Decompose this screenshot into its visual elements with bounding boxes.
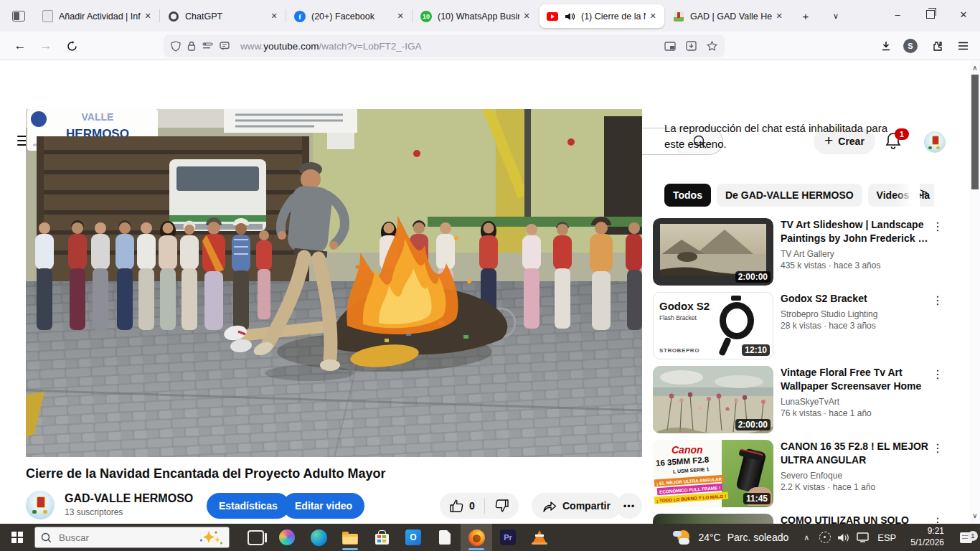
chip-channel[interactable]: De GAD-VALLE HERMOSO — [717, 184, 862, 207]
close-icon[interactable]: ✕ — [141, 9, 155, 24]
video-thumbnail[interactable]: 2:00:00 — [653, 218, 773, 286]
gad-site-icon — [673, 11, 684, 22]
page-message-icon[interactable] — [220, 42, 230, 51]
share-button[interactable]: Compartir — [532, 493, 621, 519]
tab-separator — [286, 9, 286, 22]
language-indicator[interactable]: ESP — [872, 532, 902, 543]
browser-navbar: ← → www.youtube.com/watch?v=LobFT2_-IGA — [0, 32, 980, 60]
tab-youtube-active[interactable]: (1) Cierre de la Na ✕ — [540, 4, 664, 28]
tray-meet-now-icon[interactable] — [816, 532, 834, 543]
copilot-button[interactable] — [271, 524, 303, 551]
suggested-title[interactable]: Godox S2 Bracket — [781, 292, 933, 306]
kebab-menu-icon[interactable]: ⋮ — [930, 220, 946, 233]
suggested-channel[interactable]: Strobepro Studio Lighting — [781, 309, 933, 319]
tab-facebook[interactable]: f (20+) Facebook ✕ — [287, 4, 412, 28]
tab-chatgpt[interactable]: ChatGPT ✕ — [161, 4, 286, 28]
network-icon[interactable] — [853, 532, 872, 542]
suggested-meta: 435 k vistas · hace 3 años — [781, 260, 933, 270]
scrollbar-thumb[interactable] — [971, 75, 979, 189]
notepad-button[interactable] — [429, 524, 461, 551]
scroll-down-icon[interactable]: ∨ — [970, 509, 980, 521]
dislike-button[interactable] — [485, 493, 519, 519]
suggested-channel[interactable]: Severo Enfoque — [781, 471, 933, 481]
taskbar-clock[interactable]: 9:21 5/1/2026 — [902, 526, 951, 548]
window-minimize-button[interactable]: – — [881, 0, 914, 29]
extension-s-badge[interactable]: S — [903, 39, 918, 53]
suggested-title[interactable]: TV Art Slideshow | Landscape Paintings b… — [781, 218, 933, 245]
downloads-icon[interactable] — [875, 34, 897, 57]
close-icon[interactable]: ✕ — [519, 9, 534, 24]
video-thumbnail[interactable]: Godox S2 Flash Bracket STROBEPRO 12:10 — [653, 292, 773, 359]
taskbar-search-box[interactable] — [34, 527, 230, 548]
microsoft-store-button[interactable] — [366, 524, 397, 551]
back-button[interactable]: ← — [9, 34, 32, 57]
lock-icon[interactable] — [187, 41, 196, 51]
chips-next-icon[interactable]: > — [920, 185, 928, 201]
firefox-view-icon[interactable] — [7, 6, 30, 26]
kebab-menu-icon[interactable]: ⋮ — [930, 367, 946, 381]
channel-avatar[interactable] — [26, 491, 55, 519]
document-icon — [42, 11, 53, 22]
start-button[interactable] — [0, 524, 34, 551]
duration-badge: 2:00:00 — [735, 419, 771, 430]
analytics-button[interactable]: Estadísticas — [207, 493, 290, 519]
video-thumbnail[interactable]: 2:00:00 — [653, 366, 773, 433]
close-icon[interactable]: ✕ — [646, 9, 660, 24]
permissions-icon[interactable] — [202, 42, 213, 50]
edit-video-button[interactable]: Editar video — [283, 493, 364, 519]
video-player[interactable]: VALLE HERMOSO — [26, 109, 642, 457]
action-center-button[interactable]: 1 — [951, 532, 980, 543]
save-page-icon[interactable] — [686, 41, 697, 51]
tab-audio-icon[interactable] — [564, 11, 575, 22]
edge-button[interactable] — [303, 524, 334, 551]
channel-name[interactable]: GAD-VALLE HERMOSO — [65, 492, 193, 505]
whatsapp-icon: 10 — [420, 11, 432, 22]
task-view-button[interactable] — [240, 524, 271, 551]
premiere-pro-button[interactable]: Pr — [492, 524, 524, 551]
suggested-video-1: 2:00:00 TV Art Slideshow | Landscape Pai… — [653, 218, 966, 286]
bookmark-star-icon[interactable] — [707, 41, 717, 51]
file-explorer-button[interactable] — [334, 524, 366, 551]
menu-icon[interactable] — [951, 34, 974, 57]
kebab-menu-icon[interactable]: ⋮ — [930, 293, 946, 307]
close-icon[interactable]: ✕ — [393, 9, 407, 24]
pip-icon[interactable] — [664, 42, 676, 51]
suggested-title[interactable]: CANON 16 35 F2.8 ! EL MEJOR ULTRA ANGULA… — [781, 440, 933, 467]
outlook-button[interactable]: O — [397, 524, 429, 551]
taskbar-search-input[interactable] — [57, 532, 168, 544]
more-actions-button[interactable]: ••• — [616, 493, 642, 519]
window-close-button[interactable]: ✕ — [947, 0, 980, 29]
close-icon[interactable]: ✕ — [772, 9, 786, 24]
volume-icon[interactable] — [834, 533, 853, 542]
list-all-tabs-button[interactable]: ∨ — [825, 6, 847, 26]
url-text: www.youtube.com/watch?v=LobFT2_-IGA — [240, 41, 422, 52]
tray-expand-icon[interactable]: ∧ — [797, 533, 816, 542]
thumb-down-icon — [494, 499, 509, 513]
search-icon — [41, 532, 52, 543]
tab-whatsapp[interactable]: 10 (10) WhatsApp Busines ✕ — [413, 4, 538, 28]
page-scrollbar[interactable]: ∧ ∨ — [970, 60, 980, 524]
taskbar-weather-widget[interactable]: 24°C Parc. soleado — [664, 529, 797, 546]
new-tab-button[interactable]: + — [795, 6, 816, 26]
url-bar[interactable]: www.youtube.com/watch?v=LobFT2_-IGA — [164, 34, 725, 57]
extensions-puzzle-icon[interactable] — [925, 34, 948, 57]
reload-button[interactable] — [60, 34, 83, 57]
suggested-title[interactable]: Vintage Floral Free Tv Art Wallpaper Scr… — [781, 366, 933, 393]
suggested-channel[interactable]: TV Art Gallery — [781, 249, 933, 259]
scroll-up-icon[interactable]: ∧ — [970, 62, 980, 73]
close-icon[interactable]: ✕ — [267, 9, 281, 24]
tab-gad[interactable]: GAD | GAD Valle Herm ✕ — [666, 4, 791, 28]
like-button[interactable]: 0 — [440, 493, 484, 519]
shield-icon[interactable] — [171, 41, 181, 52]
account-avatar[interactable] — [924, 131, 946, 153]
firefox-button[interactable] — [461, 524, 492, 551]
forward-button[interactable]: → — [34, 34, 57, 57]
chip-todos[interactable]: Todos — [664, 184, 711, 207]
suggested-channel[interactable]: LunaSkyeTvArt — [781, 397, 933, 407]
vlc-button[interactable] — [524, 524, 555, 551]
suggested-video-4: Canon 16 35MM F2.8 L USM SERIE 1 ¡ EL ME… — [653, 440, 966, 507]
video-thumbnail[interactable]: Canon 16 35MM F2.8 L USM SERIE 1 ¡ EL ME… — [653, 440, 773, 507]
tab-informes[interactable]: Añadir Actividad | Informes ✕ — [34, 4, 159, 28]
window-restore-button[interactable] — [914, 0, 947, 29]
kebab-menu-icon[interactable]: ⋮ — [930, 441, 946, 455]
